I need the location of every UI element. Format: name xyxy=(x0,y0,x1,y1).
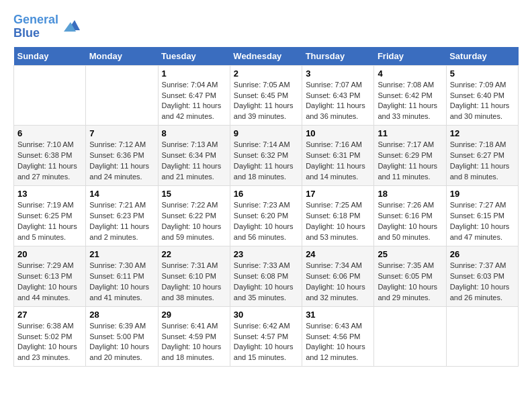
calendar-cell: 31Sunrise: 6:43 AM Sunset: 4:56 PM Dayli… xyxy=(302,306,374,367)
day-info: Sunrise: 7:26 AM Sunset: 6:16 PM Dayligh… xyxy=(378,200,442,243)
calendar-week-row: 1Sunrise: 7:04 AM Sunset: 6:47 PM Daylig… xyxy=(14,65,519,126)
day-info: Sunrise: 7:19 AM Sunset: 6:25 PM Dayligh… xyxy=(17,200,82,243)
day-info: Sunrise: 7:29 AM Sunset: 6:13 PM Dayligh… xyxy=(17,261,82,304)
day-info: Sunrise: 7:27 AM Sunset: 6:15 PM Dayligh… xyxy=(450,200,515,243)
day-header-thursday: Thursday xyxy=(302,47,374,66)
calendar-cell: 26Sunrise: 7:37 AM Sunset: 6:03 PM Dayli… xyxy=(446,246,518,306)
day-info: Sunrise: 7:33 AM Sunset: 6:08 PM Dayligh… xyxy=(234,261,298,304)
day-number: 20 xyxy=(17,249,82,259)
day-header-monday: Monday xyxy=(86,47,158,66)
calendar-cell: 4Sunrise: 7:08 AM Sunset: 6:42 PM Daylig… xyxy=(374,65,446,126)
day-info: Sunrise: 7:21 AM Sunset: 6:23 PM Dayligh… xyxy=(89,200,154,243)
day-info: Sunrise: 7:13 AM Sunset: 6:34 PM Dayligh… xyxy=(162,140,226,183)
day-info: Sunrise: 6:38 AM Sunset: 5:02 PM Dayligh… xyxy=(17,321,82,364)
calendar-header-row: SundayMondayTuesdayWednesdayThursdayFrid… xyxy=(14,47,519,66)
day-number: 26 xyxy=(450,249,515,259)
day-info: Sunrise: 7:07 AM Sunset: 6:43 PM Dayligh… xyxy=(306,80,370,123)
day-info: Sunrise: 7:14 AM Sunset: 6:32 PM Dayligh… xyxy=(234,140,298,183)
calendar-cell: 12Sunrise: 7:18 AM Sunset: 6:27 PM Dayli… xyxy=(446,126,518,186)
day-info: Sunrise: 6:41 AM Sunset: 4:59 PM Dayligh… xyxy=(162,321,226,364)
calendar-cell: 8Sunrise: 7:13 AM Sunset: 6:34 PM Daylig… xyxy=(158,126,230,186)
day-number: 8 xyxy=(162,128,226,138)
day-info: Sunrise: 7:12 AM Sunset: 6:36 PM Dayligh… xyxy=(89,140,154,183)
calendar-table: SundayMondayTuesdayWednesdayThursdayFrid… xyxy=(13,47,519,367)
calendar-week-row: 6Sunrise: 7:10 AM Sunset: 6:38 PM Daylig… xyxy=(14,126,519,186)
day-number: 3 xyxy=(306,68,370,79)
calendar-cell: 13Sunrise: 7:19 AM Sunset: 6:25 PM Dayli… xyxy=(14,186,86,246)
day-header-sunday: Sunday xyxy=(14,47,86,66)
day-number: 29 xyxy=(162,310,226,320)
day-info: Sunrise: 7:04 AM Sunset: 6:47 PM Dayligh… xyxy=(162,80,226,123)
calendar-cell: 29Sunrise: 6:41 AM Sunset: 4:59 PM Dayli… xyxy=(158,306,230,367)
day-info: Sunrise: 7:34 AM Sunset: 6:06 PM Dayligh… xyxy=(306,261,370,304)
calendar-cell: 21Sunrise: 7:30 AM Sunset: 6:11 PM Dayli… xyxy=(86,246,158,306)
day-info: Sunrise: 7:05 AM Sunset: 6:45 PM Dayligh… xyxy=(234,80,298,123)
day-number: 14 xyxy=(89,189,154,199)
logo-text: General Blue xyxy=(13,13,58,40)
calendar-cell: 6Sunrise: 7:10 AM Sunset: 6:38 PM Daylig… xyxy=(14,126,86,186)
day-number: 21 xyxy=(89,249,154,259)
day-number: 2 xyxy=(234,68,298,79)
calendar-cell: 3Sunrise: 7:07 AM Sunset: 6:43 PM Daylig… xyxy=(302,65,374,126)
day-info: Sunrise: 7:10 AM Sunset: 6:38 PM Dayligh… xyxy=(17,140,82,183)
day-number: 24 xyxy=(306,249,370,259)
day-number: 4 xyxy=(378,68,442,79)
calendar-cell: 10Sunrise: 7:16 AM Sunset: 6:31 PM Dayli… xyxy=(302,126,374,186)
day-number: 15 xyxy=(162,189,226,199)
day-info: Sunrise: 6:43 AM Sunset: 4:56 PM Dayligh… xyxy=(306,321,370,364)
day-info: Sunrise: 7:30 AM Sunset: 6:11 PM Dayligh… xyxy=(89,261,154,304)
calendar-cell: 15Sunrise: 7:22 AM Sunset: 6:22 PM Dayli… xyxy=(158,186,230,246)
calendar-cell xyxy=(86,65,158,126)
day-header-wednesday: Wednesday xyxy=(230,47,302,66)
day-number: 18 xyxy=(378,189,442,199)
calendar-cell: 22Sunrise: 7:31 AM Sunset: 6:10 PM Dayli… xyxy=(158,246,230,306)
day-number: 5 xyxy=(450,68,515,79)
day-info: Sunrise: 7:16 AM Sunset: 6:31 PM Dayligh… xyxy=(306,140,370,183)
day-number: 17 xyxy=(306,189,370,199)
day-number: 27 xyxy=(17,310,82,320)
day-number: 22 xyxy=(162,249,226,259)
calendar-cell: 24Sunrise: 7:34 AM Sunset: 6:06 PM Dayli… xyxy=(302,246,374,306)
day-info: Sunrise: 7:31 AM Sunset: 6:10 PM Dayligh… xyxy=(162,261,226,304)
day-number: 16 xyxy=(234,189,298,199)
calendar-cell: 1Sunrise: 7:04 AM Sunset: 6:47 PM Daylig… xyxy=(158,65,230,126)
day-number: 28 xyxy=(89,310,154,320)
calendar-cell xyxy=(14,65,86,126)
day-info: Sunrise: 6:42 AM Sunset: 4:57 PM Dayligh… xyxy=(234,321,298,364)
logo: General Blue xyxy=(13,13,81,40)
calendar-cell: 20Sunrise: 7:29 AM Sunset: 6:13 PM Dayli… xyxy=(14,246,86,306)
calendar-cell: 2Sunrise: 7:05 AM Sunset: 6:45 PM Daylig… xyxy=(230,65,302,126)
day-info: Sunrise: 6:39 AM Sunset: 5:00 PM Dayligh… xyxy=(89,321,154,364)
day-number: 7 xyxy=(89,128,154,138)
calendar-cell: 11Sunrise: 7:17 AM Sunset: 6:29 PM Dayli… xyxy=(374,126,446,186)
day-number: 11 xyxy=(378,128,442,138)
day-info: Sunrise: 7:09 AM Sunset: 6:40 PM Dayligh… xyxy=(450,80,515,123)
day-number: 10 xyxy=(306,128,370,138)
calendar-cell: 23Sunrise: 7:33 AM Sunset: 6:08 PM Dayli… xyxy=(230,246,302,306)
day-number: 19 xyxy=(450,189,515,199)
day-info: Sunrise: 7:23 AM Sunset: 6:20 PM Dayligh… xyxy=(234,200,298,243)
calendar-cell: 18Sunrise: 7:26 AM Sunset: 6:16 PM Dayli… xyxy=(374,186,446,246)
day-number: 6 xyxy=(17,128,82,138)
day-number: 13 xyxy=(17,189,82,199)
calendar-cell: 19Sunrise: 7:27 AM Sunset: 6:15 PM Dayli… xyxy=(446,186,518,246)
calendar-cell: 5Sunrise: 7:09 AM Sunset: 6:40 PM Daylig… xyxy=(446,65,518,126)
day-number: 31 xyxy=(306,310,370,320)
calendar-cell xyxy=(374,306,446,367)
day-info: Sunrise: 7:18 AM Sunset: 6:27 PM Dayligh… xyxy=(450,140,515,183)
day-header-saturday: Saturday xyxy=(446,47,518,66)
calendar-cell: 30Sunrise: 6:42 AM Sunset: 4:57 PM Dayli… xyxy=(230,306,302,367)
day-number: 9 xyxy=(234,128,298,138)
day-number: 23 xyxy=(234,249,298,259)
calendar-week-row: 13Sunrise: 7:19 AM Sunset: 6:25 PM Dayli… xyxy=(14,186,519,246)
calendar-cell: 27Sunrise: 6:38 AM Sunset: 5:02 PM Dayli… xyxy=(14,306,86,367)
day-info: Sunrise: 7:25 AM Sunset: 6:18 PM Dayligh… xyxy=(306,200,370,243)
logo-icon xyxy=(61,17,81,37)
day-info: Sunrise: 7:35 AM Sunset: 6:05 PM Dayligh… xyxy=(378,261,442,304)
day-number: 25 xyxy=(378,249,442,259)
day-number: 30 xyxy=(234,310,298,320)
day-info: Sunrise: 7:17 AM Sunset: 6:29 PM Dayligh… xyxy=(378,140,442,183)
calendar-week-row: 27Sunrise: 6:38 AM Sunset: 5:02 PM Dayli… xyxy=(14,306,519,367)
day-number: 1 xyxy=(162,68,226,79)
day-info: Sunrise: 7:08 AM Sunset: 6:42 PM Dayligh… xyxy=(378,80,442,123)
